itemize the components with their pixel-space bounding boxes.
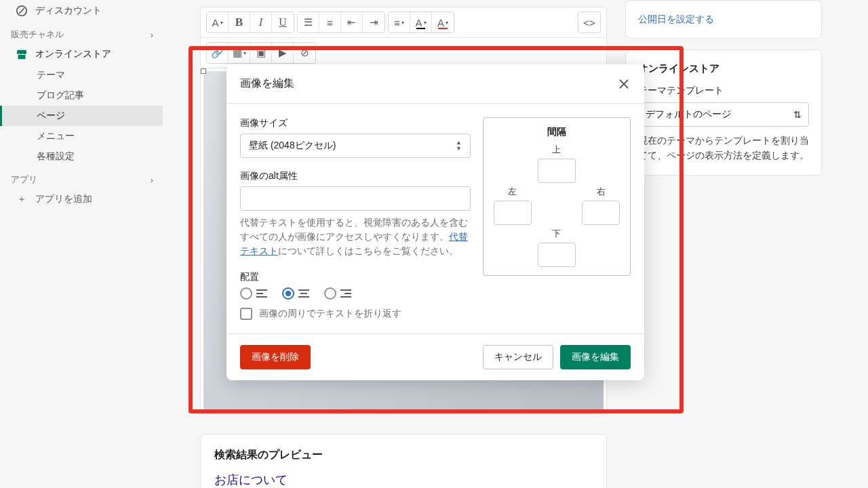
spacing-bottom-label: 下 xyxy=(538,228,576,240)
wrap-text-checkbox[interactable] xyxy=(240,308,252,320)
spacing-top-input[interactable] xyxy=(538,159,576,183)
alt-help-text: 代替テキストを使用すると、視覚障害のある人を含むすべての人が画像にアクセスしやす… xyxy=(240,216,471,259)
close-icon[interactable] xyxy=(617,77,631,91)
modal-footer: 画像を削除 キャンセル 画像を編集 xyxy=(226,333,644,380)
edit-image-modal: 画像を編集 画像サイズ 壁紙 (2048ピクセル) ▲▼ 画像のalt属性 代替… xyxy=(226,64,644,380)
align-left-radio[interactable] xyxy=(240,287,252,300)
submit-button[interactable]: 画像を編集 xyxy=(560,345,631,369)
delete-image-button[interactable]: 画像を削除 xyxy=(240,345,311,369)
modal-body: 画像サイズ 壁紙 (2048ピクセル) ▲▼ 画像のalt属性 代替テキストを使… xyxy=(226,104,644,333)
spacing-title: 間隔 xyxy=(492,126,622,138)
align-left-icon xyxy=(256,289,267,298)
image-size-select[interactable]: 壁紙 (2048ピクセル) ▲▼ xyxy=(240,134,471,158)
spacing-left-label: 左 xyxy=(494,186,532,198)
spacing-bottom-input[interactable] xyxy=(538,243,576,267)
alt-label: 画像のalt属性 xyxy=(240,170,471,182)
spacing-right-label: 右 xyxy=(582,186,620,198)
alignment-radios xyxy=(240,287,471,300)
spacing-left-input[interactable] xyxy=(494,201,532,225)
spacing-top-label: 上 xyxy=(538,144,576,156)
align-center-icon xyxy=(298,289,309,298)
alignment-label: 配置 xyxy=(240,271,471,283)
spacing-panel: 間隔 上 左 右 xyxy=(483,117,631,276)
select-caret-icon: ▲▼ xyxy=(456,140,462,152)
align-center-radio[interactable] xyxy=(282,287,294,300)
modal-title: 画像を編集 xyxy=(240,77,294,91)
align-right-icon xyxy=(340,289,351,298)
wrap-text-label: 画像の周りでテキストを折り返す xyxy=(259,308,401,320)
modal-header: 画像を編集 xyxy=(226,64,644,104)
cancel-button[interactable]: キャンセル xyxy=(483,345,553,369)
align-right-radio[interactable] xyxy=(324,287,336,300)
image-size-label: 画像サイズ xyxy=(240,117,471,129)
spacing-right-input[interactable] xyxy=(582,201,620,225)
alt-input[interactable] xyxy=(240,186,471,211)
image-size-value: 壁紙 (2048ピクセル) xyxy=(249,140,336,152)
